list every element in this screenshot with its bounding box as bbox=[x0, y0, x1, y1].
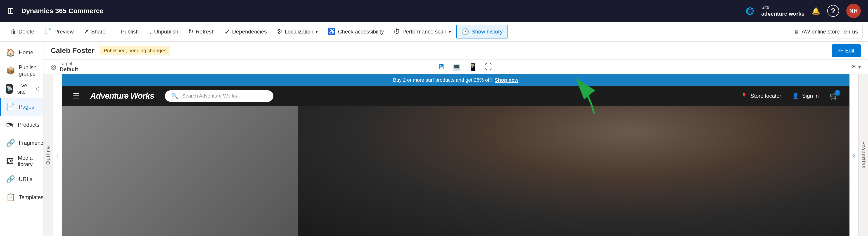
edit-pencil-icon: ✏ bbox=[838, 48, 843, 54]
aw-search-icon: 🔍 bbox=[171, 92, 179, 99]
properties-panel: Properties bbox=[859, 74, 868, 236]
localization-button[interactable]: ⚙ Localization ▾ bbox=[272, 25, 322, 38]
properties-label: Properties bbox=[861, 141, 866, 169]
fullscreen-icon[interactable]: ⛶ bbox=[483, 61, 494, 73]
aw-menu-icon[interactable]: ☰ bbox=[73, 92, 80, 100]
unpublish-button[interactable]: ↓ Unpublish bbox=[144, 25, 183, 38]
globe-icon[interactable]: 🌐 bbox=[746, 7, 754, 15]
waffle-icon[interactable]: ⊞ bbox=[7, 6, 14, 16]
device-icons: 🖥 💻 📱 ⛶ bbox=[436, 61, 494, 73]
aw-sign-in[interactable]: 👤 Sign in bbox=[792, 93, 819, 99]
avatar[interactable]: NH bbox=[846, 4, 861, 18]
sidebar-item-products[interactable]: 🛍 Products bbox=[0, 116, 43, 134]
aw-cart[interactable]: 🛒 0 bbox=[830, 92, 839, 100]
dependencies-button[interactable]: ⤢ Dependencies bbox=[220, 25, 271, 38]
accessibility-icon: ♿ bbox=[328, 28, 336, 35]
edit-label: Edit bbox=[845, 48, 855, 54]
view-toggle[interactable]: 👁 ▾ bbox=[851, 64, 861, 70]
aw-search-placeholder: Search Adventure Works bbox=[182, 93, 237, 99]
left-toggle-arrow[interactable]: ‹ bbox=[53, 74, 62, 236]
page-header: Caleb Foster Published, pending changes … bbox=[43, 41, 868, 60]
fragments-icon: 🔗 bbox=[6, 139, 14, 147]
aw-announcement-bar: Buy 2 or more surf products and get 25% … bbox=[62, 74, 849, 86]
aw-header: ☰ Adventure Works 🔍 Search Adventure Wor… bbox=[62, 86, 849, 106]
notification-icon[interactable]: 🔔 bbox=[812, 7, 820, 15]
store-selector[interactable]: 🖥 AW online store · en-us bbox=[789, 25, 863, 38]
sidebar-label-urls: URLs bbox=[19, 176, 32, 182]
publish-button[interactable]: ↑ Publish bbox=[111, 25, 144, 38]
aw-site-preview: Buy 2 or more surf products and get 25% … bbox=[62, 74, 849, 236]
aw-store-locator[interactable]: 📍 Store locator bbox=[741, 93, 781, 99]
announcement-link[interactable]: Shop now bbox=[495, 77, 518, 83]
tablet-icon[interactable]: 📱 bbox=[467, 61, 479, 73]
sidebar-label-publish-groups: Publish groups bbox=[19, 64, 38, 77]
eye-icon: 👁 bbox=[851, 64, 857, 70]
publish-groups-icon: 📦 bbox=[6, 66, 14, 75]
templates-icon: 📋 bbox=[6, 193, 14, 202]
top-navigation: ⊞ Dynamics 365 Commerce 🌐 Site adventure… bbox=[0, 0, 868, 22]
sidebar-item-publish-groups[interactable]: 📦 Publish groups bbox=[0, 62, 43, 80]
aw-sign-in-icon: 👤 bbox=[792, 93, 799, 99]
unpublish-label: Unpublish bbox=[154, 29, 179, 35]
sidebar-label-home: Home bbox=[19, 49, 33, 56]
delete-button[interactable]: 🗑 Delete bbox=[5, 25, 39, 38]
share-button[interactable]: ↗ Share bbox=[79, 25, 110, 38]
store-label: AW online store · en-us bbox=[802, 29, 858, 35]
live-badge: 📡 bbox=[6, 84, 13, 94]
announcement-text: Buy 2 or more surf products and get 25% … bbox=[393, 77, 492, 83]
sidebar-item-fragments[interactable]: 🔗 Fragments bbox=[0, 134, 43, 152]
target-info: ◎ Target Default bbox=[51, 61, 78, 72]
show-history-label: Show history bbox=[471, 29, 502, 35]
help-icon[interactable]: ? bbox=[827, 5, 839, 17]
refresh-button[interactable]: ↻ Refresh bbox=[184, 25, 219, 38]
laptop-icon[interactable]: 💻 bbox=[450, 61, 463, 73]
performance-icon: ⏱ bbox=[394, 28, 400, 35]
refresh-label: Refresh bbox=[196, 29, 215, 35]
publish-icon: ↑ bbox=[116, 28, 119, 35]
aw-logo: Adventure Works bbox=[90, 91, 154, 101]
left-chevron-icon: ‹ bbox=[57, 152, 58, 158]
desktop-icon[interactable]: 🖥 bbox=[436, 61, 447, 73]
aw-hero-image bbox=[298, 106, 849, 236]
sidebar-item-urls[interactable]: 🔗 URLs bbox=[0, 170, 43, 188]
aw-cart-icon: 🛒 0 bbox=[830, 92, 839, 100]
sidebar-label-live-site: Live site bbox=[17, 82, 31, 95]
aw-sign-in-label: Sign in bbox=[802, 93, 819, 99]
edit-button[interactable]: ✏ Edit bbox=[832, 45, 861, 57]
products-icon: 🛍 bbox=[6, 121, 13, 129]
sidebar-label-templates: Templates bbox=[19, 194, 43, 201]
target-icon: ◎ bbox=[51, 63, 56, 70]
page-title: Caleb Foster bbox=[51, 47, 95, 55]
refresh-icon: ↻ bbox=[188, 28, 193, 35]
app-title: Dynamics 365 Commerce bbox=[21, 7, 103, 15]
preview-label: Preview bbox=[54, 29, 73, 35]
site-info[interactable]: Site adventure works bbox=[761, 4, 804, 17]
aw-search-bar[interactable]: 🔍 Search Adventure Works bbox=[165, 90, 273, 102]
live-site-chevron-icon: ◁ bbox=[35, 86, 39, 92]
aw-store-locator-label: Store locator bbox=[751, 93, 781, 99]
check-accessibility-button[interactable]: ♿ Check accessibility bbox=[323, 25, 388, 38]
sidebar-label-fragments: Fragments bbox=[19, 140, 45, 146]
sidebar-item-live-site[interactable]: 📡 Live site ◁ bbox=[0, 80, 43, 98]
sidebar-item-home[interactable]: 🏠 Home bbox=[0, 43, 43, 62]
live-site-left: 📡 Live site bbox=[6, 82, 31, 95]
history-icon: 🕐 bbox=[461, 28, 469, 35]
right-toggle-arrow[interactable]: › bbox=[849, 74, 859, 236]
sidebar-item-pages[interactable]: 📄 Pages bbox=[0, 98, 43, 116]
localization-label: Localization bbox=[285, 29, 313, 35]
live-site-icon: 📡 bbox=[6, 86, 12, 92]
performance-scan-button[interactable]: ⏱ Performance scan ▾ bbox=[389, 25, 456, 38]
toolbar: 🗑 Delete 📄 Preview ↗ Share ↑ Publish ↓ U… bbox=[0, 22, 868, 41]
performance-chevron-icon: ▾ bbox=[449, 29, 451, 34]
right-chevron-icon: › bbox=[853, 152, 855, 158]
preview-wrapper: Outline ‹ bbox=[43, 74, 868, 236]
sidebar-item-templates[interactable]: 📋 Templates bbox=[0, 188, 43, 206]
target-row: ◎ Target Default 🖥 💻 📱 ⛶ 👁 ▾ bbox=[43, 60, 868, 74]
sidebar-item-media-library[interactable]: 🖼 Media library bbox=[0, 152, 43, 170]
view-chevron-icon: ▾ bbox=[858, 64, 861, 70]
preview-button[interactable]: 📄 Preview bbox=[39, 25, 78, 38]
content-area: Caleb Foster Published, pending changes … bbox=[43, 41, 868, 236]
localization-icon: ⚙ bbox=[277, 28, 282, 35]
performance-scan-label: Performance scan bbox=[402, 29, 446, 35]
show-history-button[interactable]: 🕐 Show history bbox=[456, 25, 507, 38]
